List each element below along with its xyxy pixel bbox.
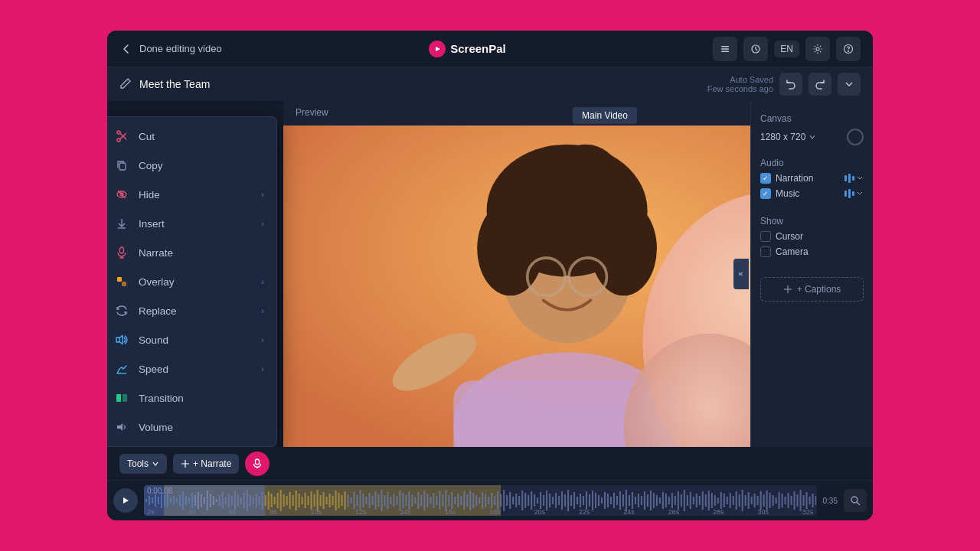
svg-rect-83 xyxy=(234,491,236,510)
list-icon-btn[interactable] xyxy=(713,37,737,61)
canvas-size[interactable]: 980 x 551 xyxy=(760,132,816,142)
svg-rect-175 xyxy=(515,494,517,507)
music-check[interactable]: ✓ xyxy=(760,188,771,199)
tools-label: Tools xyxy=(127,458,149,469)
top-bar: Done editing video ScreenPal xyxy=(107,31,873,67)
svg-rect-142 xyxy=(414,497,416,504)
svg-rect-174 xyxy=(512,497,514,504)
svg-rect-247 xyxy=(736,491,737,510)
camera-checkbox[interactable] xyxy=(760,246,771,257)
menu-item-replace[interactable]: Replace › xyxy=(107,296,276,325)
svg-rect-260 xyxy=(776,497,777,504)
top-bar-left: Done editing video xyxy=(119,42,222,56)
svg-rect-26 xyxy=(116,394,121,402)
help-icon-btn[interactable] xyxy=(836,37,861,61)
svg-point-10 xyxy=(117,131,120,134)
svg-rect-163 xyxy=(479,497,480,504)
video-title[interactable]: Meet the Team xyxy=(139,78,210,90)
menu-item-sound[interactable]: Sound › xyxy=(107,325,276,354)
undo-button[interactable] xyxy=(779,73,802,96)
svg-rect-133 xyxy=(387,492,388,509)
menu-item-volume[interactable]: Volume xyxy=(107,412,276,442)
speed-label: Speed xyxy=(139,364,252,375)
svg-rect-102 xyxy=(292,495,294,506)
svg-rect-27 xyxy=(122,394,127,402)
svg-rect-3 xyxy=(721,48,729,50)
svg-rect-223 xyxy=(662,492,664,509)
svg-rect-72 xyxy=(201,494,202,507)
play-button[interactable] xyxy=(113,488,138,513)
svg-rect-113 xyxy=(326,497,328,504)
more-options-button[interactable] xyxy=(838,73,861,96)
svg-marker-52 xyxy=(123,497,129,504)
svg-rect-81 xyxy=(228,494,230,507)
svg-rect-187 xyxy=(552,497,554,504)
timeline[interactable]: 2s 4s 6s 8s 10s 12s 14s 16s 18s 20s 22s … xyxy=(144,485,817,516)
menu-item-hide[interactable]: Hide › xyxy=(107,180,276,209)
settings-icon-btn[interactable] xyxy=(805,37,830,61)
expand-sidebar-button[interactable] xyxy=(733,259,749,289)
main-content: Cut Copy xyxy=(107,101,873,447)
svg-rect-56 xyxy=(152,497,153,504)
narrate-icon xyxy=(114,245,129,260)
auto-saved-label: Auto Saved xyxy=(707,75,773,84)
show-label: Show xyxy=(760,216,864,227)
svg-rect-128 xyxy=(372,496,374,505)
svg-rect-206 xyxy=(610,497,612,504)
time-mark-26s: 26s xyxy=(668,508,680,516)
insert-arrow-icon: › xyxy=(261,219,264,228)
svg-rect-267 xyxy=(797,494,799,507)
narrate-button[interactable]: + Narrate xyxy=(173,454,239,474)
svg-rect-59 xyxy=(161,493,162,508)
menu-item-overlay[interactable]: Overlay › xyxy=(107,267,276,296)
show-section: Show Cursor Camera xyxy=(760,216,864,262)
language-button[interactable]: EN xyxy=(774,41,799,57)
svg-rect-67 xyxy=(185,496,187,505)
svg-rect-194 xyxy=(573,492,575,509)
narration-bars-icon[interactable] xyxy=(844,174,864,183)
menu-item-insert[interactable]: Insert › xyxy=(107,209,276,238)
context-menu: Cut Copy xyxy=(107,116,277,447)
overlay-arrow-icon: › xyxy=(261,277,264,286)
replace-label: Replace xyxy=(139,305,252,317)
svg-rect-105 xyxy=(302,497,303,504)
logo-text: ScreenPal xyxy=(450,42,506,55)
narration-check[interactable]: ✓ xyxy=(760,173,771,184)
tools-button[interactable]: Tools xyxy=(119,454,167,474)
svg-rect-201 xyxy=(595,493,596,508)
svg-rect-158 xyxy=(463,491,465,510)
svg-rect-19 xyxy=(120,247,124,253)
svg-rect-99 xyxy=(283,494,285,507)
transition-label: Transition xyxy=(139,393,264,404)
replace-arrow-icon: › xyxy=(261,306,264,315)
time-mark-10s: 10s xyxy=(311,508,322,516)
mic-button[interactable] xyxy=(245,452,270,476)
svg-rect-217 xyxy=(644,491,645,510)
menu-item-cut[interactable]: Cut xyxy=(107,122,276,151)
time-mark-4s: 4s xyxy=(188,508,195,516)
canvas-aspect-icon[interactable] xyxy=(847,129,864,145)
svg-rect-193 xyxy=(570,495,572,506)
svg-rect-50 xyxy=(256,459,260,465)
menu-item-narrate[interactable]: Narrate xyxy=(107,238,276,267)
cursor-checkbox[interactable] xyxy=(760,231,771,242)
svg-rect-57 xyxy=(155,494,156,507)
back-label[interactable]: Done editing video xyxy=(139,43,222,54)
logo-icon xyxy=(429,41,446,57)
svg-rect-261 xyxy=(779,492,780,509)
music-bars-icon[interactable] xyxy=(844,189,864,198)
menu-item-copy[interactable]: Copy xyxy=(107,151,276,180)
menu-item-transition[interactable]: Transition xyxy=(107,383,276,412)
svg-rect-153 xyxy=(448,495,449,506)
back-arrow-icon[interactable] xyxy=(119,42,133,56)
redo-button[interactable] xyxy=(808,73,831,96)
menu-item-speed[interactable]: Speed › xyxy=(107,354,276,383)
svg-rect-164 xyxy=(482,492,483,509)
svg-rect-241 xyxy=(717,497,719,504)
captions-label: + Captions xyxy=(797,284,841,295)
history-icon-btn[interactable] xyxy=(743,37,768,61)
search-timeline-button[interactable] xyxy=(844,489,867,512)
svg-rect-93 xyxy=(265,495,266,506)
svg-rect-97 xyxy=(277,493,279,508)
captions-button[interactable]: + Captions xyxy=(760,277,864,302)
